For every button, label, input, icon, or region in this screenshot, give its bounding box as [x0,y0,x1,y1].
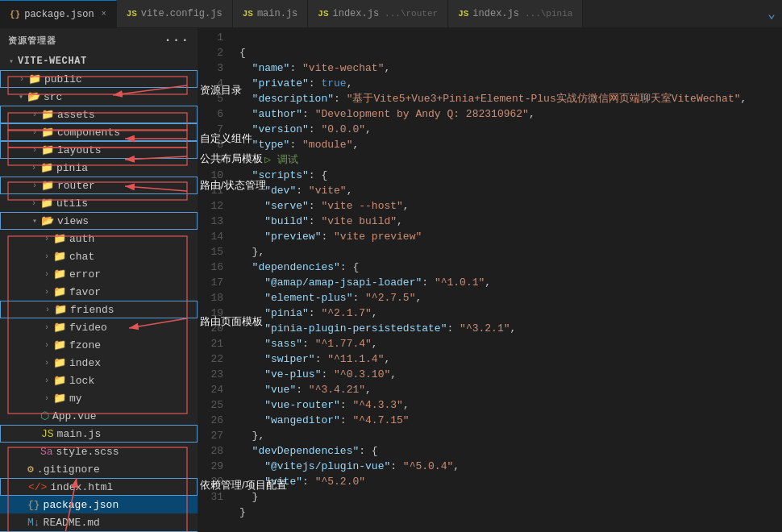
file-label: App.vue [52,410,97,422]
tree-item-fvideo[interactable]: › 📁 fvideo [0,318,198,336]
tree-item-layouts[interactable]: › 📁 layouts [0,141,198,159]
tree-item-index[interactable]: › 📁 index [0,354,198,372]
tree-item-mainjs[interactable]: JS main.js [0,425,198,443]
tree-item-utils[interactable]: › 📁 utils [0,194,198,212]
root-label: VITE-WECHAT [18,56,87,67]
folder-label: assets [57,109,95,121]
explorer-menu-icon[interactable]: ··· [164,33,189,48]
folder-open-icon: 📂 [27,90,40,103]
tree-item-appvue[interactable]: ⬡ App.vue [0,407,198,425]
folder-label: fzone [69,339,101,351]
chevron-right-icon: › [40,394,53,403]
js-file-icon: JS [458,9,468,19]
tree-item-my[interactable]: › 📁 my [0,389,198,407]
js-file-icon: JS [318,9,328,19]
folder-icon: 📁 [53,392,66,405]
md-file-icon: M↓ [27,517,40,529]
folder-icon: 📁 [54,303,67,316]
explorer-title: 资源管理器 [8,35,56,47]
tab-package-json[interactable]: {} package.json × [0,0,117,28]
tree-item-stylescss[interactable]: Sa style.scss [0,443,198,460]
folder-open-icon: 📂 [41,214,54,227]
tab-label: index.js [472,8,519,19]
chevron-right-icon: › [27,199,40,208]
scss-file-icon: Sa [40,446,53,458]
folder-label: index [69,357,101,369]
file-label: .gitignore [37,463,100,476]
folder-icon: 📁 [53,268,66,281]
explorer-header: 资源管理器 ··· [0,28,198,52]
folder-label: router [57,180,95,192]
sidebar-wrapper: 资源管理器 ··· ▾ VITE-WECHAT › 📁 public ▾ 📂 s… [0,28,198,532]
git-file-icon: ⚙ [27,463,34,476]
chevron-right-icon: › [40,235,53,243]
folder-icon: 📁 [41,143,54,156]
code-text[interactable]: { "name": "vite-wechat", "private": true… [230,28,782,532]
folder-label: error [69,268,101,281]
tree-item-fzone[interactable]: › 📁 fzone [0,336,198,354]
tree-item-packagejson[interactable]: {} package.json [0,496,198,513]
tree-item-indexhtml[interactable]: </> index.html [0,478,198,496]
code-editor: 123 456 789 101112 131415 161718 192021 … [198,28,782,532]
folder-icon: 📁 [41,126,54,139]
tree-item-favor[interactable]: › 📁 favor [0,283,198,301]
chevron-down-icon: ▾ [5,56,18,66]
folder-label: views [57,215,89,227]
chevron-down-icon: ▾ [28,216,41,226]
tree-item-readme[interactable]: M↓ README.md [0,513,198,531]
folder-icon: 📁 [40,197,53,210]
folder-label: favor [69,286,101,298]
folder-label: chat [69,251,94,263]
folder-icon: 📁 [53,232,66,245]
close-icon[interactable]: × [102,10,106,19]
tab-label: main.js [257,8,297,19]
folder-label: pinia [56,162,88,174]
tab-label: vite.config.js [141,8,223,19]
tab-path: ...\router [385,9,438,19]
tree-item-router[interactable]: › 📁 router [0,177,198,194]
tree-item-gitignore[interactable]: ⚙ .gitignore [0,460,198,478]
main-area: 资源管理器 ··· ▾ VITE-WECHAT › 📁 public ▾ 📂 s… [0,28,782,532]
tab-label: package.json [24,9,94,20]
tree-item-src[interactable]: ▾ 📂 src [0,88,198,106]
chevron-right-icon: › [41,305,54,314]
json-file-icon: {} [10,10,20,19]
tab-index-pinia[interactable]: JS index.js ...\pinia [448,0,583,28]
tree-item-views[interactable]: ▾ 📂 views [0,212,198,230]
tree-item-public[interactable]: › 📁 public [0,70,198,88]
chevron-right-icon: › [40,359,53,368]
tab-vite-config[interactable]: JS vite.config.js [117,0,233,28]
tree-item-components[interactable]: › 📁 components [0,123,198,141]
folder-label: fvideo [69,322,107,334]
tree-item-pinia[interactable]: › 📁 pinia [0,159,198,177]
folder-label: components [57,127,120,139]
tab-bar: {} package.json × JS vite.config.js JS m… [0,0,782,28]
chevron-right-icon: › [28,181,41,190]
tree-item-auth[interactable]: › 📁 auth [0,230,198,247]
folder-icon: 📁 [53,374,66,387]
tab-main-js[interactable]: JS main.js [233,0,309,28]
folder-icon: 📁 [53,285,66,298]
folder-icon: 📁 [53,250,66,263]
file-label: main.js [57,428,102,440]
tree-item-lock[interactable]: › 📁 lock [0,372,198,389]
tab-index-router[interactable]: JS index.js ...\router [308,0,448,28]
tree-item-friends[interactable]: › 📁 friends [0,301,198,318]
chevron-right-icon: › [40,288,53,297]
folder-icon: 📁 [53,356,66,369]
folder-icon: 📁 [41,108,54,121]
chevron-right-icon: › [40,341,53,350]
chevron-down-icon: ▾ [15,92,27,102]
tree-root[interactable]: ▾ VITE-WECHAT [0,52,198,70]
tree-item-error[interactable]: › 📁 error [0,265,198,283]
chevron-right-icon: › [15,75,28,84]
chevron-right-icon: › [40,376,53,385]
file-label: index.html [50,481,113,493]
chevron-down-icon[interactable]: ⌄ [767,6,782,22]
tree-item-assets[interactable]: › 📁 assets [0,106,198,123]
folder-icon: 📁 [53,339,66,351]
line-numbers: 123 456 789 101112 131415 161718 192021 … [198,28,230,532]
file-label: style.scss [56,446,119,458]
folder-icon: 📁 [28,73,41,85]
tree-item-chat[interactable]: › 📁 chat [0,247,198,265]
